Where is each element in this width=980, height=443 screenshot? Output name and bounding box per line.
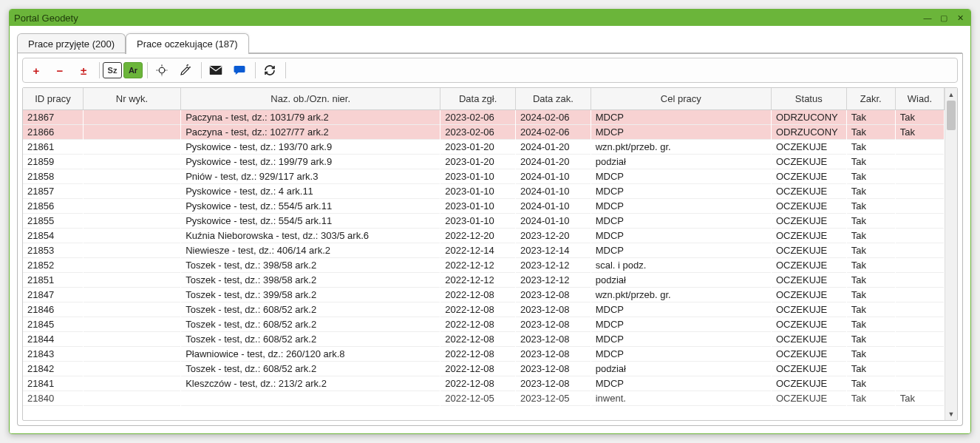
- cell-zgl: 2022-12-08: [440, 376, 516, 391]
- cell-ob: Pyskowice - test, dz.: 554/5 ark.11: [181, 199, 440, 214]
- cell-wiad: [895, 332, 944, 347]
- scroll-down-icon[interactable]: ▼: [945, 408, 957, 420]
- table-row[interactable]: 21855Pyskowice - test, dz.: 554/5 ark.11…: [23, 214, 945, 229]
- edit-tool-button[interactable]: [174, 61, 197, 80]
- cell-wyk: [83, 199, 180, 214]
- chat-button[interactable]: [228, 61, 251, 80]
- table-row[interactable]: 21866Paczyna - test, dz.: 1027/77 ark.22…: [23, 125, 945, 140]
- table-row[interactable]: 21852Toszek - test, dz.: 398/58 ark.2202…: [23, 258, 945, 273]
- table-row[interactable]: 21867Paczyna - test, dz.: 1031/79 ark.22…: [23, 110, 945, 125]
- table-row[interactable]: 21851Toszek - test, dz.: 398/58 ark.2202…: [23, 273, 945, 288]
- map-tool-button[interactable]: [151, 61, 173, 80]
- cell-zakr: Tak: [846, 125, 895, 140]
- titlebar[interactable]: Portal Geodety — ▢ ✕: [10, 10, 970, 26]
- jobs-table: ID pracy Nr wyk. Naz. ob./Ozn. nier. Dat…: [23, 88, 945, 406]
- cell-cel: MDCP: [591, 125, 771, 140]
- cell-wyk: [83, 288, 180, 302]
- cell-zak: 2023-12-08: [515, 317, 591, 332]
- cell-id: 21843: [23, 347, 83, 362]
- cell-id: 21846: [23, 302, 83, 317]
- cell-zgl: 2023-01-20: [440, 155, 516, 169]
- cell-zgl: 2022-12-20: [440, 229, 516, 243]
- table-row[interactable]: 21858Pniów - test, dz.: 929/117 ark.3202…: [23, 169, 945, 184]
- cell-status: OCZEKUJE: [771, 362, 846, 376]
- mail-button[interactable]: [205, 61, 227, 80]
- window-minimize-icon[interactable]: —: [922, 13, 933, 23]
- tab-pending[interactable]: Prace oczekujące (187): [126, 33, 249, 54]
- col-cel[interactable]: Cel pracy: [591, 88, 771, 110]
- scroll-up-icon[interactable]: ▲: [945, 88, 957, 101]
- col-id[interactable]: ID pracy: [23, 88, 83, 110]
- sz-label: Sz: [108, 66, 118, 75]
- table-row[interactable]: 21853Niewiesze - test, dz.: 406/14 ark.2…: [23, 243, 945, 258]
- cell-ob: Toszek - test, dz.: 398/58 ark.2: [181, 273, 440, 288]
- cell-zakr: Tak: [846, 155, 895, 169]
- table-row[interactable]: 21861Pyskowice - test, dz.: 193/70 ark.9…: [23, 140, 945, 155]
- ar-button[interactable]: Ar: [123, 62, 143, 78]
- table-row[interactable]: 21846Toszek - test, dz.: 608/52 ark.2202…: [23, 302, 945, 317]
- cell-zak: 2023-12-14: [515, 243, 591, 258]
- cell-cel: wzn.pkt/przeb. gr.: [591, 140, 771, 155]
- cell-status: OCZEKUJE: [771, 347, 846, 362]
- table-row[interactable]: 21857Pyskowice - test, dz.: 4 ark.112023…: [23, 184, 945, 199]
- add-button[interactable]: +: [25, 61, 47, 80]
- tab-panel: + − ± Sz Ar: [17, 53, 963, 426]
- table-row[interactable]: 218402022-12-052023-12-05inwent.OCZEKUJE…: [23, 391, 945, 406]
- table-row[interactable]: 21859Pyskowice - test, dz.: 199/79 ark.9…: [23, 155, 945, 169]
- table-row[interactable]: 21845Toszek - test, dz.: 608/52 ark.2202…: [23, 317, 945, 332]
- cell-status: ODRZUCONY: [771, 110, 846, 125]
- svg-point-0: [159, 67, 165, 73]
- cell-cel: MDCP: [591, 184, 771, 199]
- cell-cel: wzn.pkt/przeb. gr.: [591, 288, 771, 302]
- col-zgl[interactable]: Data zgł.: [440, 88, 516, 110]
- tab-accepted[interactable]: Prace przyjęte (200): [17, 33, 126, 54]
- cell-zakr: Tak: [846, 184, 895, 199]
- table-row[interactable]: 21854Kuźnia Nieborowska - test, dz.: 303…: [23, 229, 945, 243]
- cell-wiad: Tak: [895, 125, 944, 140]
- vertical-scrollbar[interactable]: ▲ ▼: [945, 88, 957, 420]
- plus-minus-button[interactable]: ±: [72, 61, 95, 80]
- table-row[interactable]: 21843Pławniowice - test, dz.: 260/120 ar…: [23, 347, 945, 362]
- cell-wyk: [83, 169, 180, 184]
- cell-status: OCZEKUJE: [771, 302, 846, 317]
- cell-wiad: [895, 184, 944, 199]
- cell-zak: 2023-12-08: [515, 362, 591, 376]
- table-row[interactable]: 21844Toszek - test, dz.: 608/52 ark.2202…: [23, 332, 945, 347]
- col-zak[interactable]: Data zak.: [515, 88, 591, 110]
- cell-zgl: 2023-01-10: [440, 169, 516, 184]
- sz-button[interactable]: Sz: [103, 62, 122, 78]
- remove-button[interactable]: −: [49, 61, 71, 80]
- cell-status: OCZEKUJE: [771, 140, 846, 155]
- cell-wiad: [895, 258, 944, 273]
- cell-zgl: 2022-12-08: [440, 332, 516, 347]
- col-st[interactable]: Status: [771, 88, 846, 110]
- cell-ob: Toszek - test, dz.: 608/52 ark.2: [181, 302, 440, 317]
- cell-wyk: [83, 332, 180, 347]
- cell-zgl: 2022-12-14: [440, 243, 516, 258]
- cell-wiad: [895, 347, 944, 362]
- cell-cel: MDCP: [591, 376, 771, 391]
- table-row[interactable]: 21847Toszek - test, dz.: 399/58 ark.2202…: [23, 288, 945, 302]
- cell-wyk: [83, 317, 180, 332]
- refresh-button[interactable]: [259, 61, 281, 80]
- table-row[interactable]: 21856Pyskowice - test, dz.: 554/5 ark.11…: [23, 199, 945, 214]
- cell-cel: inwent.: [591, 391, 771, 406]
- cell-id: 21867: [23, 110, 83, 125]
- window-maximize-icon[interactable]: ▢: [938, 13, 950, 23]
- col-zk[interactable]: Zakr.: [846, 88, 895, 110]
- col-wd[interactable]: Wiad.: [895, 88, 944, 110]
- table-row[interactable]: 21842Toszek - test, dz.: 608/52 ark.2202…: [23, 362, 945, 376]
- col-ob[interactable]: Naz. ob./Ozn. nier.: [181, 88, 440, 110]
- cell-status: OCZEKUJE: [771, 169, 846, 184]
- cell-wiad: [895, 229, 944, 243]
- table-row[interactable]: 21841Kleszczów - test, dz.: 213/2 ark.22…: [23, 376, 945, 391]
- cell-zakr: Tak: [846, 229, 895, 243]
- scroll-thumb[interactable]: [947, 101, 956, 130]
- cell-ob: Pyskowice - test, dz.: 199/79 ark.9: [181, 155, 440, 169]
- cell-zgl: 2022-12-08: [440, 317, 516, 332]
- window-close-icon[interactable]: ✕: [954, 13, 966, 23]
- cell-id: 21842: [23, 362, 83, 376]
- col-wyk[interactable]: Nr wyk.: [83, 88, 180, 110]
- cell-wiad: [895, 199, 944, 214]
- cell-status: OCZEKUJE: [771, 229, 846, 243]
